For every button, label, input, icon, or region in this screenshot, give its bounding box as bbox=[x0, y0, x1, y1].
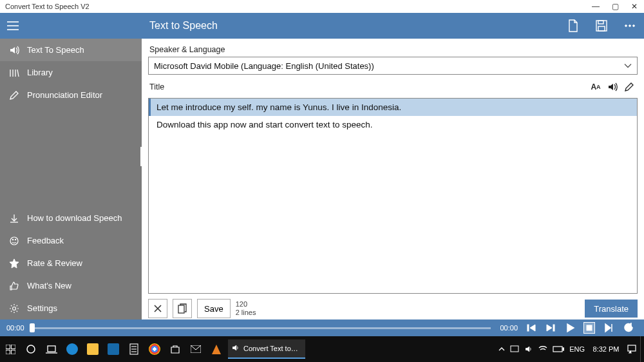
player-bar: 00:00 00:00 bbox=[0, 319, 644, 336]
taskbar-active-app[interactable]: Convert Text to Speec... bbox=[228, 339, 305, 359]
new-document-button[interactable] bbox=[559, 13, 587, 39]
speaker-icon bbox=[232, 344, 240, 353]
thumbs-up-icon bbox=[6, 281, 22, 291]
svg-rect-36 bbox=[511, 346, 518, 352]
next-button[interactable] bbox=[599, 323, 618, 333]
taskbar-app-vlc[interactable] bbox=[206, 336, 227, 362]
smile-icon bbox=[6, 236, 22, 246]
svg-rect-26 bbox=[11, 345, 15, 349]
taskbar-app-edge[interactable] bbox=[62, 336, 82, 362]
skip-forward-button[interactable] bbox=[541, 323, 560, 333]
svg-point-15 bbox=[12, 239, 13, 240]
text-editor[interactable]: Let me introduce my self. my name is Yun… bbox=[148, 98, 638, 294]
tray-people-icon[interactable] bbox=[510, 345, 519, 353]
taskbar-app-chrome[interactable] bbox=[144, 336, 165, 362]
star-icon bbox=[6, 258, 22, 269]
app-bar: Text to Speech bbox=[0, 13, 644, 39]
sidebar-item-how-to-download[interactable]: How to download Speech bbox=[0, 207, 142, 229]
clear-button[interactable] bbox=[148, 299, 167, 318]
pencil-icon bbox=[6, 90, 22, 100]
hamburger-button[interactable] bbox=[0, 13, 26, 39]
svg-rect-38 bbox=[563, 348, 564, 350]
taskbar-app-store[interactable] bbox=[165, 336, 185, 362]
player-seek-thumb[interactable] bbox=[30, 323, 35, 332]
svg-point-7 bbox=[629, 25, 631, 27]
skip-back-button[interactable] bbox=[522, 323, 541, 333]
speaker-language-dropdown[interactable]: Microsoft David Mobile (Language: Englis… bbox=[148, 57, 638, 75]
sidebar-item-text-to-speech[interactable]: Text To Speech bbox=[0, 39, 142, 61]
more-button[interactable] bbox=[616, 13, 644, 39]
repeat-button[interactable] bbox=[618, 323, 638, 333]
sidebar-item-whats-new[interactable]: What's New bbox=[0, 274, 142, 297]
tray-language[interactable]: ENG bbox=[569, 345, 585, 353]
player-time-elapsed: 00:00 bbox=[6, 324, 26, 332]
sidebar-item-label: Feedback bbox=[27, 236, 64, 245]
svg-rect-22 bbox=[553, 325, 554, 331]
svg-point-16 bbox=[15, 239, 15, 240]
tray-battery-icon[interactable] bbox=[553, 346, 564, 352]
save-button[interactable] bbox=[587, 13, 616, 39]
edit-button[interactable] bbox=[621, 79, 638, 95]
sidebar-item-settings[interactable]: Settings bbox=[0, 297, 142, 319]
speaker-language-value: Microsoft David Mobile (Language: Englis… bbox=[154, 61, 374, 71]
svg-point-17 bbox=[13, 307, 16, 310]
player-seek-track[interactable] bbox=[31, 327, 491, 329]
speaker-icon bbox=[6, 45, 22, 55]
svg-rect-21 bbox=[527, 325, 529, 331]
svg-rect-23 bbox=[587, 325, 592, 330]
font-size-button[interactable]: AA bbox=[587, 79, 604, 95]
translate-button[interactable]: Translate bbox=[585, 300, 638, 318]
sidebar-resize-handle[interactable] bbox=[0, 106, 142, 207]
task-view-button[interactable] bbox=[41, 336, 62, 362]
taskbar-app-photoshop[interactable] bbox=[103, 336, 124, 362]
tray-chevron-up-icon[interactable] bbox=[498, 347, 505, 352]
sidebar-item-library[interactable]: Library bbox=[0, 61, 142, 84]
start-button[interactable] bbox=[0, 336, 21, 362]
tray-clock[interactable]: 8:32 PM bbox=[590, 345, 622, 353]
sidebar-item-label: Settings bbox=[27, 303, 57, 313]
title-label: Title bbox=[149, 82, 587, 91]
windows-taskbar: Convert Text to Speec... ENG 8:32 PM bbox=[0, 336, 644, 362]
speaker-language-label: Speaker & Language bbox=[149, 45, 638, 54]
svg-rect-5 bbox=[598, 26, 605, 31]
download-icon bbox=[6, 213, 22, 224]
sidebar-item-label: Rate & Review bbox=[27, 258, 82, 268]
sidebar-item-feedback[interactable]: Feedback bbox=[0, 229, 142, 252]
svg-point-6 bbox=[625, 25, 627, 27]
svg-rect-27 bbox=[6, 350, 10, 354]
gear-icon bbox=[6, 303, 22, 314]
window-title: Convert Text to Speech V2 bbox=[5, 3, 90, 10]
page-title: Text to Speech bbox=[149, 20, 218, 32]
copy-button[interactable] bbox=[173, 299, 192, 318]
play-button[interactable] bbox=[560, 323, 580, 333]
play-line-button[interactable] bbox=[604, 79, 621, 95]
sidebar-item-label: Library bbox=[27, 68, 53, 77]
editor-line[interactable]: Download this app now and start convert … bbox=[149, 116, 637, 133]
stop-button[interactable] bbox=[580, 321, 599, 334]
editor-line[interactable]: Let me introduce my self. my name is Yun… bbox=[149, 99, 637, 116]
maximize-button[interactable]: ▢ bbox=[605, 2, 625, 11]
svg-point-8 bbox=[633, 25, 635, 27]
save-text-button[interactable]: Save bbox=[197, 299, 231, 318]
tray-volume-icon[interactable] bbox=[524, 345, 533, 353]
taskbar-app-explorer[interactable] bbox=[82, 336, 103, 362]
tray-action-center-icon[interactable] bbox=[627, 345, 636, 354]
sidebar-item-label: Pronunciation Editor bbox=[27, 90, 102, 100]
svg-rect-30 bbox=[48, 346, 55, 352]
sidebar-item-label: Text To Speech bbox=[27, 45, 84, 55]
show-desktop-button[interactable] bbox=[640, 336, 644, 362]
close-window-button[interactable]: ✕ bbox=[625, 2, 644, 11]
cortana-button[interactable] bbox=[21, 336, 41, 362]
svg-line-12 bbox=[17, 70, 19, 77]
taskbar-app-mail[interactable] bbox=[185, 336, 206, 362]
sidebar-item-pronunciation-editor[interactable]: Pronunciation Editor bbox=[0, 84, 142, 106]
char-line-counts: 120 2 lines bbox=[236, 300, 256, 317]
tray-network-icon[interactable] bbox=[538, 345, 547, 353]
svg-rect-28 bbox=[11, 350, 15, 354]
taskbar-app-calculator[interactable] bbox=[124, 336, 144, 362]
sidebar: Text To Speech Library Pronunciation Edi… bbox=[0, 39, 142, 319]
taskbar-active-app-label: Convert Text to Speec... bbox=[243, 345, 299, 352]
minimize-button[interactable]: — bbox=[586, 2, 605, 11]
sidebar-item-rate-review[interactable]: Rate & Review bbox=[0, 252, 142, 274]
library-icon bbox=[6, 68, 22, 78]
